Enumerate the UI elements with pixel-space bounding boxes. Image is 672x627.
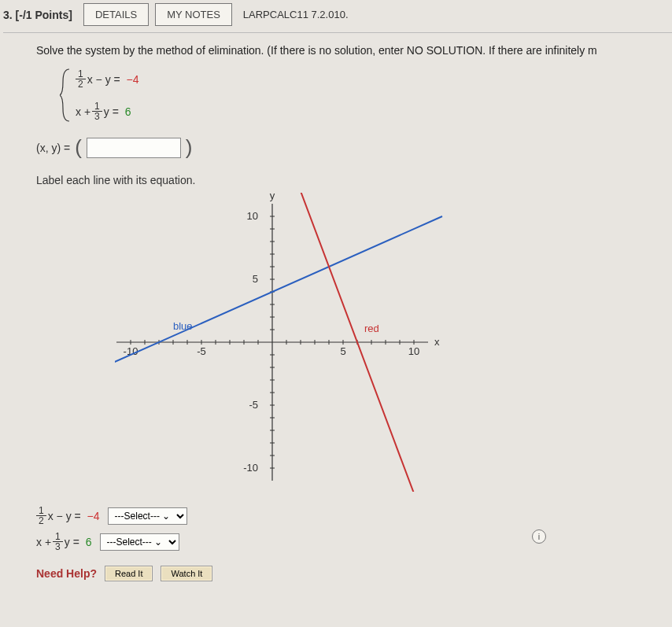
equation-2: x + 13 y = 6	[76, 101, 139, 121]
question-header: 3. [-/1 Points] DETAILS MY NOTES LARPCAL…	[3, 3, 672, 32]
graph-chart: -10-5510-10-5510xybluered	[115, 193, 648, 495]
need-help-row: Need Help? Read It Watch It	[36, 566, 648, 581]
paren-open-icon: (	[75, 135, 82, 160]
question-number: 3. [-/1 Points]	[3, 9, 77, 21]
svg-line-52	[115, 216, 442, 367]
select-row-2: x + 13 y = 6 ---Select--- ⌄	[36, 532, 648, 551]
reference-id: LARPCALC11 7.2.010.	[243, 9, 349, 20]
svg-text:red: red	[364, 323, 379, 334]
svg-text:10: 10	[408, 345, 419, 357]
svg-text:5: 5	[340, 345, 345, 357]
equation1-select[interactable]: ---Select--- ⌄	[108, 507, 187, 525]
svg-text:5: 5	[253, 273, 258, 285]
answer-lhs: (x, y) =	[36, 142, 70, 154]
my-notes-button[interactable]: MY NOTES	[155, 3, 232, 26]
svg-text:-5: -5	[197, 345, 206, 357]
details-button[interactable]: DETAILS	[83, 3, 149, 26]
select-row-1: 12 x − y = −4 ---Select--- ⌄	[36, 506, 648, 526]
svg-text:y: y	[270, 193, 275, 201]
answer-input[interactable]	[87, 138, 181, 158]
equation-system: 12 x − y = −4 x + 13 y = 6	[60, 68, 648, 123]
equation2-select[interactable]: ---Select--- ⌄	[100, 533, 179, 551]
svg-text:10: 10	[247, 210, 258, 222]
svg-text:x: x	[434, 336, 440, 348]
need-help-label: Need Help?	[36, 567, 97, 580]
answer-row: (x, y) = ( )	[36, 135, 648, 160]
svg-text:-10: -10	[243, 462, 258, 474]
paren-close-icon: )	[186, 135, 193, 160]
problem-statement: Solve the system by the method of elimin…	[36, 44, 648, 57]
watch-it-button[interactable]: Watch It	[161, 566, 212, 581]
label-instruction: Label each line with its equation.	[36, 174, 648, 186]
equation-1: 12 x − y = −4	[76, 69, 139, 89]
svg-text:blue: blue	[173, 320, 193, 332]
read-it-button[interactable]: Read It	[105, 566, 153, 581]
svg-text:-5: -5	[249, 399, 258, 411]
info-icon[interactable]: i	[532, 529, 546, 544]
brace-icon	[60, 68, 71, 123]
